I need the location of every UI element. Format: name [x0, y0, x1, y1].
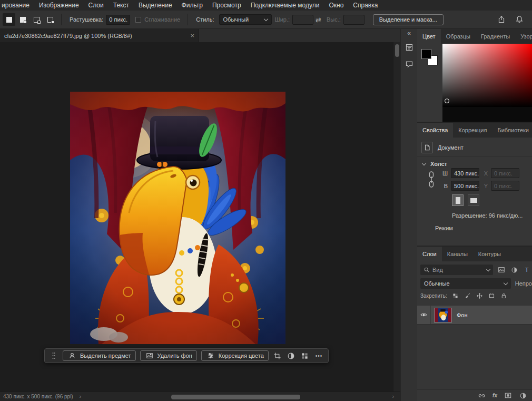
new-adjustment-layer-icon[interactable] [519, 392, 527, 399]
lock-artboard-icon[interactable] [488, 292, 496, 300]
blend-mode-select[interactable]: Обычные [420, 278, 511, 289]
menu-item-filter[interactable]: Фильтр [177, 2, 208, 9]
select-subject-label: Выделить предмет [80, 353, 131, 359]
layer-thumbnail[interactable] [434, 308, 452, 322]
vertical-scrollbar[interactable] [393, 42, 400, 392]
style-select[interactable]: Обычный [219, 14, 272, 25]
height-input [343, 15, 364, 25]
document-title: cfa2d7e30862c9ae827ff79.jpg @ 100% (RGB/… [4, 33, 186, 39]
tab-layers[interactable]: Слои [417, 247, 442, 261]
menu-item-select[interactable]: Выделение [134, 2, 177, 9]
export-icon[interactable] [496, 14, 507, 25]
layers-panel: Слои Каналы Контуры Вид [417, 247, 532, 401]
horizontal-scroll-thumb[interactable] [171, 395, 300, 399]
color-picker-marker[interactable] [445, 99, 449, 103]
link-dimensions-icon[interactable] [428, 170, 435, 191]
drag-handle[interactable] [49, 351, 58, 360]
menu-item-type[interactable]: Текст [109, 2, 134, 9]
tab-swatches[interactable]: Образцы [441, 29, 476, 44]
swap-width-height-icon[interactable]: ⇄ [316, 16, 321, 24]
remove-background-button[interactable]: Удалить фон [140, 350, 197, 361]
tab-paths[interactable]: Контуры [473, 247, 506, 261]
lock-pixels-icon[interactable] [464, 292, 471, 300]
orientation-buttons [452, 194, 479, 206]
tab-channels[interactable]: Каналы [442, 247, 473, 261]
tab-gradients[interactable]: Градиенты [476, 29, 515, 44]
tab-color[interactable]: Цвет [417, 29, 441, 44]
canvas-section-header[interactable]: Холст [422, 161, 447, 167]
menu-item-help[interactable]: Справка [348, 2, 382, 9]
select-and-mask-button[interactable]: Выделение и маска... [373, 14, 444, 25]
document-image[interactable] [70, 92, 285, 344]
color-correction-button[interactable]: Коррекция цвета [201, 350, 269, 361]
lock-position-icon[interactable] [476, 292, 484, 300]
menu-item-plugins[interactable]: Подключаемые модули [246, 2, 324, 9]
scroll-right-icon[interactable]: › [392, 394, 394, 399]
color-ramp[interactable] [442, 107, 532, 122]
new-selection-icon[interactable] [3, 13, 15, 26]
status-menu-icon[interactable]: › [80, 394, 81, 399]
canvas-x-input: 0 пикс. [491, 168, 519, 178]
add-to-selection-icon[interactable] [16, 13, 29, 26]
canvas-width-value: 430 пикс. [454, 170, 479, 177]
type-layer-filter-icon[interactable]: T [523, 266, 531, 274]
photoshop-window: ирование Изображение Слои Текст Выделени… [0, 0, 532, 401]
link-layers-icon[interactable] [478, 392, 486, 399]
menu-item-view[interactable]: Просмотр [208, 2, 246, 9]
crop-icon[interactable] [273, 351, 282, 360]
close-tab-icon[interactable]: × [190, 32, 194, 40]
subtract-from-selection-icon[interactable] [30, 13, 43, 26]
saturation-brightness-field[interactable] [442, 44, 532, 107]
canvas-area[interactable]: Выделить предмет Удалить фон Корр [0, 42, 393, 392]
document-properties-row: Документ [421, 142, 464, 153]
collapse-panels-icon[interactable]: « [407, 30, 411, 37]
feather-input[interactable]: 0 пикс. [106, 15, 130, 25]
feather-value: 0 пикс. [109, 16, 127, 23]
antialias-checkbox[interactable] [135, 17, 141, 23]
menu-item-edit[interactable]: ирование [0, 2, 34, 9]
chevron-down-icon [422, 161, 426, 165]
divider [61, 14, 62, 25]
layer-mask-icon[interactable] [504, 392, 512, 399]
layer-visibility-toggle[interactable] [417, 306, 431, 324]
menu-item-window[interactable]: Окно [324, 2, 348, 9]
adjustment-layer-filter-icon[interactable] [510, 266, 518, 274]
properties-dock-icon[interactable] [403, 41, 416, 54]
menubar: ирование Изображение Слои Текст Выделени… [0, 0, 532, 11]
landscape-orientation-button[interactable] [468, 194, 479, 206]
contrast-icon[interactable] [287, 351, 296, 360]
person-icon [67, 351, 77, 360]
layer-filter-select[interactable]: Вид [420, 265, 493, 275]
divider [417, 157, 532, 157]
canvas-width-input[interactable]: 430 пикс. [451, 168, 479, 178]
comments-dock-icon[interactable] [403, 58, 416, 71]
selection-mode-icons [3, 13, 56, 26]
tab-libraries[interactable]: Библиотеки [492, 123, 532, 138]
tab-patterns[interactable]: Узоры [515, 29, 532, 44]
layer-row-background[interactable]: Фон [417, 306, 532, 325]
pixel-layer-filter-icon[interactable] [497, 266, 506, 274]
document-tab[interactable]: cfa2d7e30862c9ae827ff79.jpg @ 100% (RGB/… [0, 29, 199, 42]
menu-item-layers[interactable]: Слои [84, 2, 109, 9]
portrait-orientation-button[interactable] [452, 194, 464, 206]
style-value: Обычный [223, 16, 249, 23]
height-dim-label: В [442, 183, 448, 189]
canvas-height-input[interactable]: 500 пикс. [451, 181, 479, 191]
intersect-selection-icon[interactable] [44, 13, 56, 26]
blend-opacity-row: Обычные Непро [420, 278, 532, 289]
tab-properties[interactable]: Свойства [417, 123, 453, 138]
menu-item-image[interactable]: Изображение [34, 2, 84, 9]
more-options-icon[interactable]: ••• [316, 353, 323, 359]
color-swatches-icon[interactable] [300, 351, 310, 360]
tab-adjustments[interactable]: Коррекция [453, 123, 492, 138]
lock-all-icon[interactable] [500, 292, 508, 300]
layer-effects-icon[interactable]: fx [492, 393, 497, 398]
bell-icon[interactable] [514, 14, 525, 25]
lock-transparency-icon[interactable] [451, 292, 459, 300]
vertical-scroll-thumb[interactable] [395, 44, 399, 57]
right-panels: Цвет Образцы Градиенты Узоры Свойства Ко… [417, 29, 532, 401]
select-subject-button[interactable]: Выделить предмет [63, 350, 136, 361]
foreground-color-swatch[interactable] [421, 49, 431, 59]
width-dim-label: Ш [442, 170, 448, 177]
divider [188, 14, 188, 25]
